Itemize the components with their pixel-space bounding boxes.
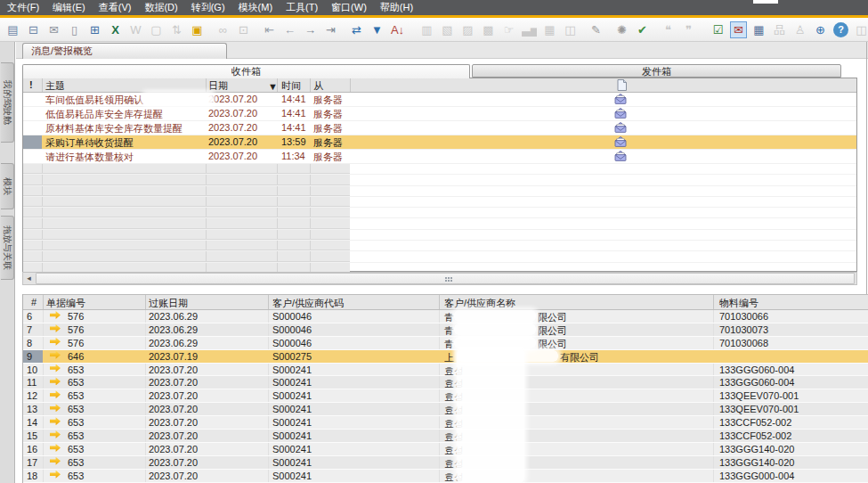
inbox-column-header-date[interactable]: 日期 [208,79,228,93]
email-icon[interactable]: ✉ [46,22,61,37]
print-icon[interactable]: ⊟ [26,22,41,37]
bp-code: S000241 [272,430,312,441]
lock-icon[interactable]: ▣ [190,22,205,37]
next-record-icon[interactable]: → [303,22,318,37]
inbox-column-header-from[interactable]: 从 [313,79,323,93]
edit-icon[interactable]: ✎ [588,22,604,37]
link-arrow-icon[interactable] [50,338,61,346]
inbox-empty-row [23,186,856,197]
print-preview-icon[interactable]: ▤ [5,22,20,37]
horizontal-scrollbar[interactable]: ◂ [22,272,857,285]
link-arrow-icon[interactable] [50,351,61,359]
link-arrow-icon[interactable] [50,377,61,385]
document-settings-icon[interactable]: ✺ [614,22,629,37]
open-envelope-icon[interactable] [614,94,627,104]
table-calc-icon[interactable]: ▦ [751,22,767,37]
link-arrow-icon[interactable] [50,390,61,398]
details-row[interactable]: 96462023.07.19S000275上有限公司 [23,350,868,364]
last-record-icon[interactable]: ⇥ [323,22,338,37]
inbox-column-header-subject[interactable]: 主题 [45,79,65,93]
details-row[interactable]: 106532023.07.20S000241효성133GGG060-004 [23,364,868,377]
open-envelope-icon[interactable] [614,122,627,133]
inbox-message-row[interactable]: 原材料基体库安全库存数量提醒2023.07.2014:41服务器 [23,121,856,135]
inbox-message-row[interactable]: 车间低值易耗领用确认2023.07.2014:41服务器 [23,93,856,107]
details-row[interactable]: 146532023.07.20S000241효성133CCF052-002 [23,416,868,430]
inbox-empty-row [23,218,856,229]
details-row[interactable]: 75762023.06.29S000046青限公司701030073 [23,323,868,337]
menu-help[interactable]: 帮助(H) [380,1,413,14]
inbox-message-row[interactable]: 采购订单待收货提醒2023.07.2013:59服务器 [23,135,856,150]
link-arrow-icon[interactable] [50,404,61,412]
details-column-header-bp_code[interactable]: 客户/供应商代码 [272,297,344,310]
menu-goto[interactable]: 转到(G) [191,1,225,14]
todo-list-icon[interactable]: ☑ [710,22,726,37]
menu-file[interactable]: 文件(F) [7,1,39,14]
link-arrow-icon[interactable] [50,364,61,372]
scroll-left-arrow-icon[interactable]: ◂ [23,273,35,284]
refresh-icon[interactable]: ⇄ [349,22,364,37]
menu-view[interactable]: 查看(V) [99,1,132,14]
details-column-header-item_no[interactable]: 物料编号 [719,297,758,310]
document-edit-icon[interactable]: ✔ [635,22,650,37]
details-row[interactable]: 126532023.07.20S000241효성133QEEV070-001 [23,389,868,403]
link-arrow-icon[interactable] [50,417,61,425]
details-column-header-posting_date[interactable]: 过账日期 [149,297,188,310]
inbox-empty-row [23,175,856,185]
link-arrow-icon[interactable] [50,430,61,438]
row-number: 17 [27,457,37,468]
paste-icon: ▧ [440,22,455,37]
details-row[interactable]: 116532023.07.20S000241효성133GGG060-004 [23,376,868,389]
details-column-header-doc_no[interactable]: 单据编号 [46,297,85,310]
details-row[interactable]: 176532023.07.20S000241효성133GGG140-020 [23,456,868,470]
first-record-icon[interactable]: ⇤ [262,22,277,37]
export-excel-icon[interactable]: X [108,22,123,37]
filter-icon[interactable]: ▼ [369,22,385,37]
inbox-message-row[interactable]: 请进行基体数量核对2023.07.2011:34服务器 [23,150,856,164]
details-row[interactable]: 65762023.06.29S000046青限公司701030066 [23,310,868,323]
menu-edit[interactable]: 编辑(E) [53,1,85,14]
help-icon[interactable]: ? [833,22,848,37]
sort-icon[interactable]: A↓ [390,22,405,37]
menu-modules[interactable]: 模块(M) [239,1,273,14]
fax-icon[interactable]: ⊞ [87,22,102,37]
bp-code: S000241 [272,444,312,454]
menu-bar: 文件(F)编辑(E)查看(V)数据(D)转到(G)模块(M)工具(T)窗口(W)… [0,0,868,15]
details-row[interactable]: 156532023.07.20S000241효성133CCF052-002 [23,430,868,443]
inbox-message-row[interactable]: 低值易耗品库安全库存提醒2023.07.2014:41服务器 [23,107,856,121]
link-arrow-icon[interactable] [50,457,61,465]
window-fragment [753,0,778,4]
recurring-comment-icon: ❞ [681,22,696,37]
comment-icon: ❝ [661,22,676,37]
previous-record-icon[interactable]: ← [282,22,297,37]
tab-inbox[interactable]: 收件箱 [22,64,470,78]
open-envelope-icon[interactable] [614,151,627,161]
details-row[interactable]: 166532023.07.20S000241효성133GGG140-020 [23,443,868,456]
inbox-column-header-priority[interactable]: ! [29,79,33,90]
sidebar-tab-my-cockpit[interactable]: 我的驾驶舱 [1,62,14,143]
redaction-blur-large [457,348,524,483]
details-row[interactable]: 186532023.07.20S000241효성133GGG000-004 [23,470,868,483]
inbox-column-header-time[interactable]: 时间 [281,79,301,93]
window-tab-messages-overview[interactable]: 消息/警报概览 [22,43,227,59]
link-arrow-icon[interactable] [50,324,61,332]
link-arrow-icon[interactable] [50,444,61,452]
bp-code: S000241 [272,404,312,414]
sidebar-tab-modules[interactable]: 模块 [1,163,14,209]
open-envelope-icon[interactable] [614,136,627,147]
scrollbar-thumb[interactable] [36,273,855,284]
link-arrow-icon[interactable] [50,471,61,479]
calendar-globe-icon[interactable]: ⊕ [813,22,828,37]
menu-data[interactable]: 数据(D) [144,1,177,14]
details-row[interactable]: 85762023.06.29S000046青限公司701030068 [23,337,868,350]
messages-icon[interactable]: ✉ [731,22,746,37]
details-column-header-bp_name[interactable]: 客户/供应商名称 [444,297,515,310]
sidebar-tab-drag-relate[interactable]: 拖放与关联 [1,216,14,280]
details-column-header-num[interactable]: # [31,297,37,307]
menu-tools[interactable]: 工具(T) [286,1,318,14]
open-envelope-icon[interactable] [614,108,627,119]
sms-icon[interactable]: ▯ [67,22,82,37]
details-row[interactable]: 136532023.07.20S000241효성133QEEV070-001 [23,403,868,416]
menu-window[interactable]: 窗口(W) [331,1,367,14]
link-arrow-icon[interactable] [50,311,61,319]
tab-outbox[interactable]: 发件箱 [472,64,841,78]
